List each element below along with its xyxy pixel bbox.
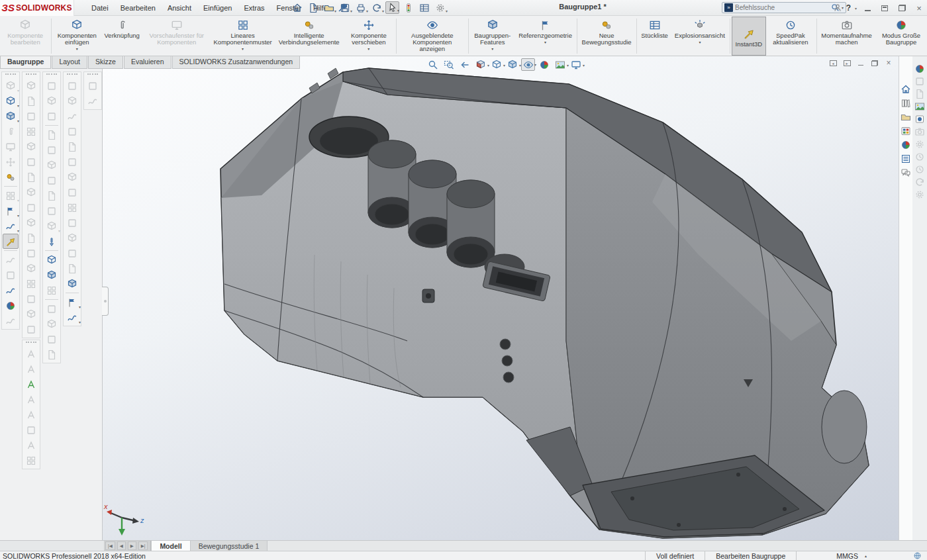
tab-modell[interactable]: Modell <box>151 541 190 551</box>
show-hidden-components-button[interactable]: Ausgeblendete Komponenten anzeigen <box>398 17 467 56</box>
zoom-to-fit-icon[interactable] <box>426 58 440 71</box>
take-snapshot-button[interactable]: Momentaufnahme machen <box>818 17 875 56</box>
feature-tool-icon[interactable] <box>64 154 80 169</box>
maximize-button[interactable] <box>878 3 891 13</box>
assembly-tool-icon[interactable] <box>23 139 39 154</box>
assembly-tool-icon[interactable] <box>23 246 39 261</box>
sketch-tool-icon[interactable] <box>44 188 60 203</box>
view-orientation-icon[interactable]: ▾ <box>489 58 503 71</box>
section-view-icon[interactable]: ▾ <box>473 58 487 71</box>
feature-tool-icon[interactable] <box>64 169 80 185</box>
assembly-tool-icon[interactable] <box>23 109 39 124</box>
large-assembly-mode-button[interactable]: Modus Große Baugruppe <box>875 17 927 56</box>
component-preview-window-icon[interactable] <box>3 139 19 154</box>
hide-show-items-icon[interactable]: ▾ <box>521 58 535 71</box>
sketch-tool-icon[interactable] <box>44 127 60 142</box>
feature-tool-icon[interactable] <box>64 78 80 93</box>
balloon-annotation-icon[interactable] <box>23 361 39 377</box>
component-preview-button[interactable]: Vorschaufenster für Komponenten <box>143 17 211 56</box>
assembly-tool-icon[interactable] <box>23 185 39 200</box>
feature-tool-icon[interactable] <box>64 139 80 154</box>
graphics-viewport[interactable]: x z ▾▾▾▾▾▾ ◂ ▸ × <box>103 56 899 540</box>
sketch-tool-icon[interactable] <box>44 142 60 158</box>
assembly-tool-icon[interactable] <box>23 200 39 215</box>
close-button[interactable]: × <box>912 3 926 13</box>
linear-component-pattern-button[interactable]: Lineares Komponentenmuster▾ <box>211 17 275 56</box>
last-tab-button[interactable]: ▶| <box>138 541 148 550</box>
assembly-tool-icon[interactable] <box>23 306 39 322</box>
preview-window-icon[interactable] <box>913 75 926 87</box>
render-region-icon[interactable] <box>913 88 926 100</box>
view-component-icon[interactable] <box>64 276 80 291</box>
instant3d-icon[interactable] <box>3 234 19 249</box>
performance-evaluation-icon[interactable] <box>401 1 415 14</box>
reference-geometry-icon[interactable]: ▾ <box>3 203 19 218</box>
open-document-icon[interactable]: ▾ <box>322 1 336 14</box>
home-icon[interactable] <box>290 1 304 14</box>
feature-tool-icon[interactable] <box>64 93 80 109</box>
feature-tool-icon[interactable] <box>64 261 80 276</box>
solidworks-forum-icon[interactable] <box>899 166 912 179</box>
appearances-icon[interactable] <box>3 298 19 313</box>
assembly-tool-icon[interactable] <box>23 230 39 246</box>
move-component-icon[interactable] <box>3 154 19 169</box>
feature-tool-icon[interactable] <box>64 200 80 215</box>
design-library-icon[interactable] <box>899 97 912 109</box>
tab-bewegungsstudie[interactable]: Bewegungsstudie 1 <box>191 541 268 551</box>
split-pane-left-button[interactable]: ◂ <box>828 59 838 67</box>
new-document-icon[interactable] <box>306 1 320 14</box>
save-icon[interactable]: ▾ <box>338 1 352 14</box>
assembly-tool-icon[interactable] <box>23 93 39 109</box>
curve-tool-icon[interactable] <box>85 93 101 109</box>
menu-datei[interactable]: Datei <box>86 2 114 14</box>
mate-icon[interactable] <box>3 124 19 139</box>
units-caret-icon[interactable]: ▴ <box>865 553 867 558</box>
sketch-tool-icon[interactable] <box>44 301 60 316</box>
smart-fasteners-button[interactable]: Intelligente Verbindungselemente <box>275 17 343 56</box>
spline-tools-icon[interactable]: ▾ <box>3 218 19 234</box>
options-icon[interactable]: ▾ <box>433 1 447 14</box>
zoom-to-area-icon[interactable] <box>442 58 456 71</box>
menu-extras[interactable]: Extras <box>238 2 269 14</box>
viewport-close-button[interactable]: × <box>884 59 893 67</box>
curve-tools-icon[interactable] <box>3 283 19 298</box>
toolbar-grip[interactable] <box>87 73 98 77</box>
view-palette-icon[interactable] <box>899 124 912 137</box>
isometric-component-icon[interactable] <box>44 252 60 267</box>
menu-einfuegen[interactable]: Einfügen <box>198 2 237 14</box>
menu-ansicht[interactable]: Ansicht <box>162 2 197 14</box>
apply-scene-icon[interactable]: ▾ <box>553 58 567 71</box>
sketch-tool-icon[interactable] <box>44 109 60 124</box>
sketch-tool-icon[interactable] <box>44 332 60 347</box>
proof-sheet-icon[interactable] <box>913 138 926 150</box>
display-states-icon[interactable]: ▾ <box>3 109 19 124</box>
smart-fasteners-icon[interactable] <box>3 169 19 185</box>
tab-skizze[interactable]: Skizze <box>88 56 123 69</box>
feature-tool-icon[interactable] <box>64 230 80 246</box>
viewport-restore-button[interactable] <box>870 59 879 67</box>
apply-scene-icon[interactable] <box>913 101 926 113</box>
recall-last-render-icon[interactable] <box>913 176 926 188</box>
print-icon[interactable]: ▾ <box>354 1 367 14</box>
cad-model-canvas[interactable]: x z <box>103 56 899 540</box>
toolbar-grip[interactable] <box>46 73 57 77</box>
grid-tool-icon[interactable] <box>44 283 60 298</box>
previous-view-icon[interactable] <box>458 58 471 71</box>
toolbar-grip[interactable] <box>26 342 36 345</box>
belt-chain-icon[interactable] <box>3 252 19 267</box>
toolbar-grip[interactable] <box>5 73 16 77</box>
globe-icon[interactable] <box>913 551 922 560</box>
exploded-view-button[interactable]: Explosionsansicht▾ <box>671 17 728 56</box>
assembly-tool-icon[interactable] <box>23 322 39 337</box>
weld-symbol-icon[interactable] <box>23 407 39 422</box>
featuremanager-collapse-handle[interactable] <box>102 287 109 316</box>
solidworks-resources-icon[interactable] <box>899 83 912 95</box>
undo-icon[interactable]: ▾ <box>369 1 383 14</box>
camera-icon[interactable] <box>913 126 926 138</box>
instant3d-button[interactable]: Instant3D <box>732 17 767 56</box>
feature-tool-icon[interactable] <box>64 215 80 230</box>
schedule-render-icon[interactable] <box>913 163 926 175</box>
shaded-component-icon[interactable] <box>44 267 60 283</box>
assembly-tool-icon[interactable] <box>23 291 39 306</box>
reference-geometry-button[interactable]: Referenzgeometrie▾ <box>515 17 575 56</box>
